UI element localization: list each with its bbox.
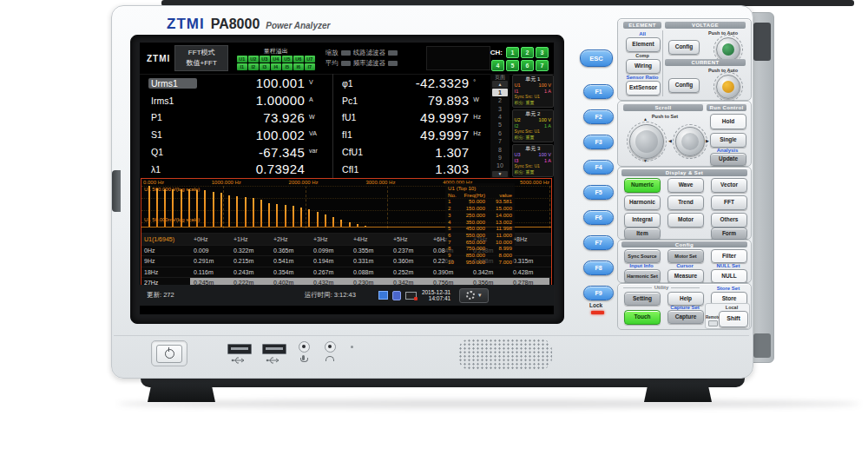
measurement-row[interactable]: CfU11.307 bbox=[339, 143, 487, 161]
fft-harmonic-bar bbox=[260, 200, 262, 228]
current-config-button[interactable]: Config bbox=[668, 78, 700, 93]
display-button-wave[interactable]: Wave bbox=[667, 178, 704, 193]
measurement-row[interactable]: λ10.73924 bbox=[148, 161, 328, 178]
fkey-f1[interactable]: F1 bbox=[583, 84, 614, 99]
hold-button[interactable]: Hold bbox=[710, 114, 746, 129]
fkey-f6[interactable]: F6 bbox=[583, 210, 614, 225]
page-number[interactable]: 4 bbox=[492, 113, 508, 121]
measurement-row[interactable]: CfI11.303 bbox=[339, 161, 487, 178]
page-number[interactable]: 6 bbox=[492, 129, 508, 137]
measurement-label: CfU1 bbox=[339, 147, 374, 157]
measurement-row[interactable]: Urms1100.001V bbox=[148, 75, 328, 92]
table-cell: 0.360m bbox=[390, 256, 430, 266]
fkey-f2[interactable]: F2 bbox=[583, 109, 614, 124]
form-button[interactable]: Form bbox=[711, 228, 747, 240]
axis-tick-label: 1000.000 Hz bbox=[212, 180, 241, 185]
scroll-knob-horizontal[interactable] bbox=[675, 127, 705, 156]
display-button-vector[interactable]: Vector bbox=[711, 178, 747, 193]
power-button[interactable] bbox=[156, 345, 182, 363]
shift-button[interactable]: Shift bbox=[719, 311, 748, 327]
element-info-box: 单元 3U3100 VI31 ASync Src: U1积分: 重置 bbox=[512, 144, 554, 177]
gridline-v bbox=[306, 186, 306, 228]
fft-harmonic-bar bbox=[148, 186, 150, 228]
item-button[interactable]: Item bbox=[624, 228, 661, 240]
scroll-knob-vertical[interactable] bbox=[629, 124, 664, 159]
top10-value: 8.999 bbox=[485, 245, 512, 252]
voltage-range-chip: U1 bbox=[237, 56, 247, 63]
measurement-row[interactable]: S1100.002VA bbox=[148, 126, 328, 143]
top10-no: 1 bbox=[448, 198, 457, 205]
display-button-numeric[interactable]: Numeric bbox=[624, 178, 661, 193]
motor-set-button[interactable]: Motor Set bbox=[667, 249, 704, 263]
line-filter-indicator bbox=[388, 50, 398, 56]
top10-value: 93.581 bbox=[485, 198, 512, 205]
page-number[interactable]: 8 bbox=[492, 145, 508, 153]
settings-menu-button[interactable]: ▼ bbox=[459, 288, 489, 303]
power-button-frame bbox=[151, 340, 187, 366]
display-mode-box[interactable]: FFT模式 数值+FFT bbox=[174, 45, 228, 71]
axis-tick-label: 2000.000 Hz bbox=[289, 180, 319, 185]
ext-sensor-button[interactable]: ExtSensor bbox=[626, 81, 661, 96]
lcd-screen[interactable]: ZTMI FFT模式 数值+FFT 量程溢出 U1U2U3U4U5U6U7 I1… bbox=[140, 43, 554, 314]
single-button[interactable]: Single bbox=[710, 133, 746, 148]
page-number[interactable]: 9 bbox=[492, 154, 508, 162]
measure-button[interactable]: Measure bbox=[667, 269, 704, 283]
measurement-label: CfI1 bbox=[339, 164, 374, 175]
display-button-harmonic[interactable]: Harmonic bbox=[624, 195, 661, 210]
measurement-unit: Hz bbox=[469, 109, 487, 120]
element-button[interactable]: Element bbox=[626, 37, 661, 52]
fkey-f8[interactable]: F8 bbox=[583, 260, 614, 275]
display-button-fft[interactable]: FFT bbox=[711, 195, 747, 210]
setting-button[interactable]: Setting bbox=[624, 292, 661, 306]
touch-button[interactable]: Touch bbox=[624, 310, 661, 325]
filter-button[interactable]: Filter bbox=[711, 249, 747, 263]
update-button[interactable]: Update bbox=[710, 153, 746, 166]
display-button-integral[interactable]: Integral bbox=[624, 213, 661, 228]
table-cell: 0.252m bbox=[390, 267, 430, 277]
fft-harmonic-bar bbox=[188, 189, 190, 228]
page-number[interactable]: 3 bbox=[492, 105, 508, 113]
lock-label: Lock bbox=[589, 302, 602, 308]
fkey-f3[interactable]: F3 bbox=[583, 135, 614, 149]
measurement-row[interactable]: fU149.9997Hz bbox=[339, 109, 487, 127]
page-number[interactable]: 1 bbox=[492, 89, 508, 96]
current-range-knob[interactable] bbox=[716, 75, 740, 99]
capture-button[interactable]: Capture bbox=[667, 310, 704, 324]
help-button[interactable]: Help bbox=[667, 292, 704, 306]
table-cell: 0.315m bbox=[510, 256, 549, 266]
null-button[interactable]: NULL bbox=[711, 269, 747, 283]
page-number[interactable]: 10 bbox=[492, 162, 508, 169]
voltage-range-chip: U2 bbox=[248, 56, 259, 63]
harmonic-set-button[interactable]: Harmonic Set bbox=[624, 269, 661, 283]
measurement-row[interactable]: Pc179.893W bbox=[339, 92, 487, 109]
measurement-row[interactable]: fI149.9997Hz bbox=[339, 126, 487, 143]
top10-no: 2 bbox=[448, 205, 457, 212]
top10-freq: 850.000 bbox=[457, 252, 485, 259]
page-number[interactable]: 2 bbox=[492, 96, 508, 104]
fft-harmonic-bar bbox=[196, 190, 198, 228]
page-number[interactable]: 5 bbox=[492, 121, 508, 129]
current-range-chip: I7 bbox=[305, 63, 315, 70]
measurement-row[interactable]: Irms11.00000A bbox=[148, 92, 328, 109]
display-button-others[interactable]: Others bbox=[711, 213, 747, 228]
measurement-row[interactable]: φ1-42.3329° bbox=[339, 75, 487, 92]
page-up-icon[interactable]: ▲ bbox=[492, 81, 508, 87]
display-button-trend[interactable]: Trend bbox=[667, 195, 704, 210]
display-set-section: Display & Set NumericWaveVectorHarmonicT… bbox=[617, 167, 752, 240]
page-number[interactable]: 7 bbox=[492, 137, 508, 145]
display-button-motor[interactable]: Motor bbox=[667, 213, 704, 228]
freq-filter-indicator bbox=[388, 61, 398, 66]
voltage-range-knob[interactable] bbox=[716, 37, 740, 62]
wiring-button[interactable]: Wiring bbox=[626, 59, 661, 74]
voltage-config-button[interactable]: Config bbox=[668, 40, 700, 55]
page-down-icon[interactable]: ▼ bbox=[492, 171, 508, 177]
top10-freq: 550.000 bbox=[457, 232, 485, 239]
fkey-f9[interactable]: F9 bbox=[583, 286, 614, 300]
esc-button[interactable]: ESC bbox=[580, 49, 613, 67]
sync-source-button[interactable]: Sync Source bbox=[624, 249, 661, 263]
fkey-f7[interactable]: F7 bbox=[583, 235, 614, 250]
fkey-f5[interactable]: F5 bbox=[583, 185, 614, 200]
fkey-f4[interactable]: F4 bbox=[583, 160, 614, 175]
measurement-row[interactable]: Q1-67.345var bbox=[148, 143, 328, 161]
measurement-row[interactable]: P173.926W bbox=[148, 109, 328, 127]
